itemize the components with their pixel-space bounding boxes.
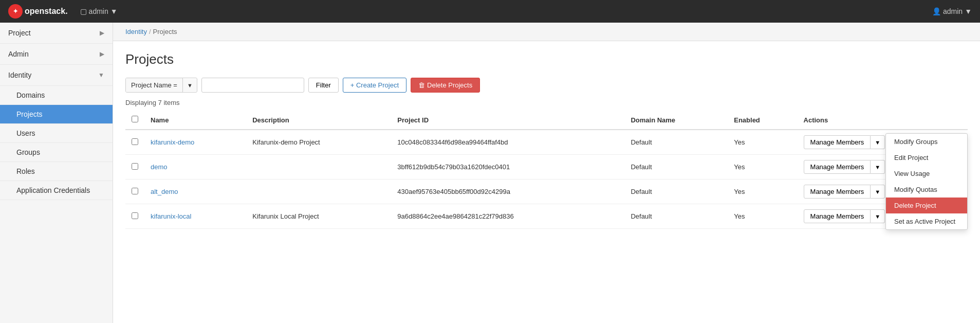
sidebar-item-project[interactable]: Project ▶ <box>0 23 113 44</box>
dropdown-modify-groups[interactable]: Modify Groups <box>886 134 967 150</box>
admin-project-menu[interactable]: ▢ admin ▼ <box>76 5 122 17</box>
chevron-right-icon: ▶ <box>100 29 104 37</box>
displaying-count: Displaying 7 items <box>113 99 980 111</box>
row-description <box>246 180 391 204</box>
filter-button[interactable]: Filter <box>308 78 339 93</box>
breadcrumb-parent[interactable]: Identity <box>125 28 147 35</box>
manage-members-arrow-button[interactable]: ▼ <box>871 185 885 199</box>
sidebar-item-domains[interactable]: Domains <box>0 86 113 105</box>
sidebar-item-admin[interactable]: Admin ▶ <box>0 44 113 65</box>
breadcrumb-current: Projects <box>153 28 177 35</box>
user-icon: 👤 <box>932 7 941 15</box>
chevron-right-icon: ▶ <box>100 50 104 58</box>
filter-input[interactable] <box>201 78 304 93</box>
logo-icon: ✦ <box>8 4 23 19</box>
breadcrumb-separator: / <box>149 28 151 35</box>
row-enabled: Yes <box>728 155 797 180</box>
select-all-checkbox[interactable] <box>132 116 138 122</box>
row-enabled: Yes <box>728 180 797 204</box>
manage-members-arrow-button[interactable]: ▼ <box>871 209 885 223</box>
col-project-id: Project ID <box>391 111 624 130</box>
table-row: alt_demo 430aef95763e405bb65ff00d92c4299… <box>125 180 968 204</box>
sidebar-item-identity[interactable]: Identity ▼ <box>0 65 113 86</box>
row-project-id: 9a6d8864c2ee4ae9864281c22f79d836 <box>391 204 624 229</box>
dropdown-edit-project[interactable]: Edit Project <box>886 150 967 166</box>
row-name: kifarunix-local <box>144 204 246 229</box>
delete-projects-button[interactable]: 🗑 Delete Projects <box>411 78 480 93</box>
row-domain-name: Default <box>624 155 728 180</box>
brand-logo: ✦ openstack. <box>8 4 68 19</box>
chevron-down-icon: ▼ <box>965 7 972 15</box>
actions-dropdown-menu: Modify Groups Edit Project View Usage Mo… <box>885 133 968 230</box>
col-name: Name <box>144 111 246 130</box>
row-name: alt_demo <box>144 180 246 204</box>
user-menu[interactable]: 👤 admin ▼ <box>932 7 972 15</box>
col-domain-name: Domain Name <box>624 111 728 130</box>
dropdown-modify-quotas[interactable]: Modify Quotas <box>886 182 967 198</box>
row-description <box>246 155 391 180</box>
row-project-id: 3bff612b9db54c79b03a1620fdec0401 <box>391 155 624 180</box>
row-project-id: 10c048c083344f6d98ea99464ffaf4bd <box>391 130 624 155</box>
row-description: Kifarunix Local Project <box>246 204 391 229</box>
row-enabled: Yes <box>728 130 797 155</box>
select-all-header <box>125 111 144 130</box>
row-checkbox[interactable] <box>132 188 138 194</box>
row-checkbox-cell <box>125 180 144 204</box>
manage-members-button[interactable]: Manage Members <box>804 209 871 223</box>
logo-text: openstack. <box>25 7 68 16</box>
project-name-link[interactable]: demo <box>151 163 168 171</box>
top-nav: ✦ openstack. ▢ admin ▼ 👤 admin ▼ <box>0 0 980 23</box>
manage-members-button[interactable]: Manage Members <box>804 135 871 149</box>
row-checkbox-cell <box>125 155 144 180</box>
project-name-link[interactable]: kifarunix-local <box>151 212 191 220</box>
toolbar: Project Name = ▼ Filter + Create Project… <box>113 74 980 99</box>
main-content: Identity / Projects Projects Project Nam… <box>113 23 980 323</box>
table-row: demo 3bff612b9db54c79b03a1620fdec0401 De… <box>125 155 968 180</box>
projects-table-container: Name Description Project ID Domain Name … <box>113 111 980 229</box>
create-project-button[interactable]: + Create Project <box>343 78 406 93</box>
filter-dropdown[interactable]: Project Name = ▼ <box>125 78 197 93</box>
table-row: kifarunix-local Kifarunix Local Project … <box>125 204 968 229</box>
sidebar-item-roles[interactable]: Roles <box>0 162 113 181</box>
manage-members-arrow-button[interactable]: ▼ <box>871 135 885 149</box>
admin-project-icon: ▢ <box>80 7 87 15</box>
sidebar-label-project: Project <box>8 29 31 37</box>
chevron-down-icon: ▼ <box>98 71 104 79</box>
sidebar-label-identity: Identity <box>8 71 31 79</box>
sidebar-item-groups[interactable]: Groups <box>0 143 113 162</box>
dropdown-view-usage[interactable]: View Usage <box>886 166 967 182</box>
row-enabled: Yes <box>728 204 797 229</box>
sidebar: Project ▶ Admin ▶ Identity ▼ Domains Pro… <box>0 23 113 323</box>
row-name: kifarunix-demo <box>144 130 246 155</box>
manage-members-arrow-button[interactable]: ▼ <box>871 160 885 174</box>
row-checkbox-cell <box>125 130 144 155</box>
col-description: Description <box>246 111 391 130</box>
row-domain-name: Default <box>624 204 728 229</box>
page-header: Projects <box>113 41 980 74</box>
project-name-link[interactable]: kifarunix-demo <box>151 138 194 146</box>
projects-table: Name Description Project ID Domain Name … <box>125 111 968 229</box>
filter-dropdown-arrow-icon[interactable]: ▼ <box>183 79 197 92</box>
row-domain-name: Default <box>624 180 728 204</box>
row-checkbox[interactable] <box>132 212 138 219</box>
chevron-down-icon: ▼ <box>110 7 118 15</box>
sidebar-item-users[interactable]: Users <box>0 124 113 143</box>
breadcrumb: Identity / Projects <box>113 23 980 41</box>
sidebar-item-projects[interactable]: Projects <box>0 105 113 124</box>
row-checkbox[interactable] <box>132 138 138 145</box>
col-actions: Actions <box>798 111 968 130</box>
manage-members-button[interactable]: Manage Members <box>804 160 871 174</box>
row-project-id: 430aef95763e405bb65ff00d92c4299a <box>391 180 624 204</box>
dropdown-delete-project[interactable]: Delete Project <box>886 198 967 213</box>
table-row: kifarunix-demo Kifarunix-demo Project 10… <box>125 130 968 155</box>
project-name-link[interactable]: alt_demo <box>151 188 178 195</box>
dropdown-set-active-project[interactable]: Set as Active Project <box>886 213 967 229</box>
row-checkbox[interactable] <box>132 163 138 170</box>
filter-dropdown-label: Project Name = <box>126 78 183 92</box>
row-domain-name: Default <box>624 130 728 155</box>
manage-members-button[interactable]: Manage Members <box>804 185 871 199</box>
trash-icon: 🗑 <box>418 81 425 89</box>
row-description: Kifarunix-demo Project <box>246 130 391 155</box>
sidebar-item-app-credentials[interactable]: Application Credentials <box>0 181 113 200</box>
col-enabled: Enabled <box>728 111 797 130</box>
